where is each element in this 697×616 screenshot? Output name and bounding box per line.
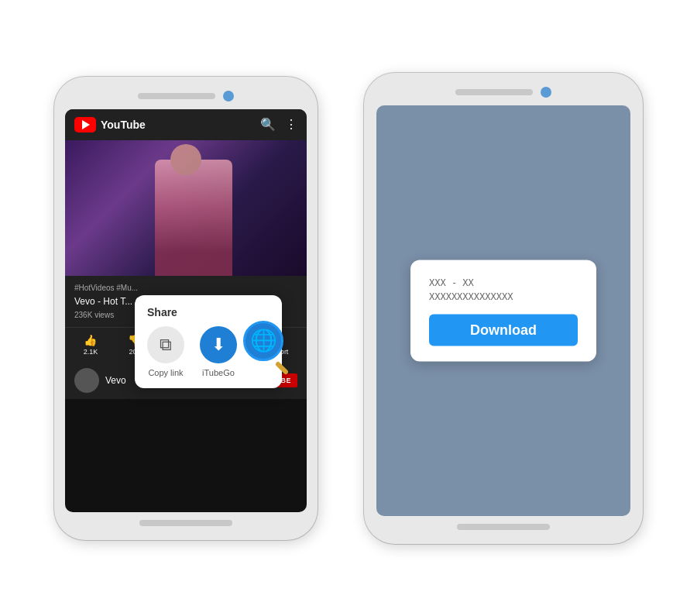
video-figure xyxy=(155,160,232,276)
left-phone: YouTube 🔍 ⋮ #HotVideos #Mu... Vevo - Hot… xyxy=(54,77,318,540)
download-url-text: XXX - XX XXXXXXXXXXXXXXX xyxy=(429,275,578,303)
video-tags: #HotVideos #Mu... xyxy=(74,284,297,292)
search-icon[interactable]: 🔍 xyxy=(260,117,276,132)
channel-name: Vevo xyxy=(105,375,126,386)
left-phone-screen: YouTube 🔍 ⋮ #HotVideos #Mu... Vevo - Hot… xyxy=(65,109,307,512)
copy-link-label: Copy link xyxy=(148,368,183,377)
scene: YouTube 🔍 ⋮ #HotVideos #Mu... Vevo - Hot… xyxy=(54,73,643,544)
itubego-option[interactable]: ⬇ iTubeGo xyxy=(200,326,237,377)
right-phone-screen: XXX - XX XXXXXXXXXXXXXXX Download xyxy=(376,105,630,516)
left-phone-bottom-bar xyxy=(139,520,232,526)
youtube-header-icons: 🔍 ⋮ xyxy=(260,117,297,132)
download-card: XXX - XX XXXXXXXXXXXXXXX Download xyxy=(410,260,596,361)
download-url-line1: XXX - XX xyxy=(429,275,578,289)
youtube-logo: YouTube xyxy=(74,117,146,132)
like-count: 2.1K xyxy=(84,348,98,356)
left-phone-camera xyxy=(223,91,234,102)
download-url-line2: XXXXXXXXXXXXXXX xyxy=(429,289,578,303)
left-phone-speaker xyxy=(138,93,215,99)
left-phone-top-bar xyxy=(65,91,307,102)
more-options-icon[interactable]: ⋮ xyxy=(285,117,297,132)
like-button[interactable]: 👍 2.1K xyxy=(84,334,98,356)
youtube-icon xyxy=(74,117,96,132)
itubego-label: iTubeGo xyxy=(202,368,235,377)
right-phone: XXX - XX XXXXXXXXXXXXXXX Download xyxy=(364,73,643,544)
right-phone-bottom-bar xyxy=(457,524,550,530)
channel-info: Vevo xyxy=(74,368,126,393)
itubego-icon: ⬇ xyxy=(200,326,237,363)
globe-icon: 🌐 xyxy=(243,321,283,361)
copy-link-option[interactable]: ⧉ Copy link xyxy=(147,326,184,377)
share-popup-title: Share xyxy=(147,306,270,318)
thumbs-up-icon: 👍 xyxy=(84,334,97,346)
globe-magnifier: 🌐 xyxy=(243,321,283,361)
right-phone-speaker xyxy=(455,89,533,95)
youtube-header: YouTube 🔍 ⋮ xyxy=(65,109,307,140)
right-phone-top-bar xyxy=(375,87,632,98)
download-button[interactable]: Download xyxy=(429,314,578,346)
copy-link-icon: ⧉ xyxy=(147,326,184,363)
channel-avatar xyxy=(74,368,99,393)
video-thumbnail xyxy=(65,140,307,276)
youtube-title: YouTube xyxy=(101,119,146,131)
right-phone-camera xyxy=(541,87,551,98)
